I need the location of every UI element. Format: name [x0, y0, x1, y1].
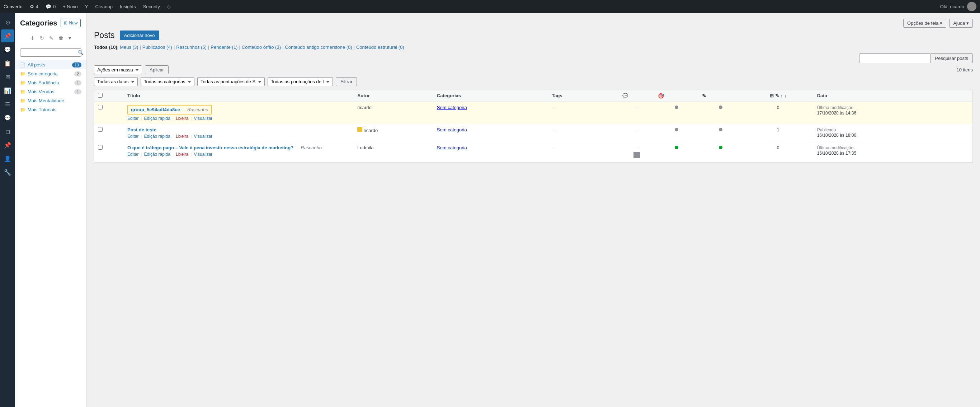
th-tags[interactable]: Tags — [548, 90, 619, 102]
filter-conteudo-cornerstone[interactable]: Conteúdo antigo cornerstone (0) — [285, 45, 352, 50]
post-comments: — — [634, 145, 639, 150]
comments-item[interactable]: 💬 0 — [46, 4, 56, 10]
row-seo-cell — [654, 102, 698, 124]
sidebar-icon-bubble[interactable]: 💬 — [1, 111, 14, 124]
th-title[interactable]: Título — [124, 90, 354, 102]
action-ediçãorápida[interactable]: Edição rápida — [144, 116, 170, 121]
comment-icon: 💬 — [46, 4, 51, 10]
action-editar[interactable]: Editar — [127, 134, 138, 139]
diamond-item[interactable]: ◇ — [167, 4, 171, 10]
action-ediçãorápida[interactable]: Edição rápida — [144, 152, 170, 157]
seo-dot — [675, 146, 678, 149]
th-date[interactable]: Data — [813, 90, 973, 102]
sidebar-icon-pages[interactable]: 📋 — [1, 57, 14, 70]
sidebar-icon-posts[interactable]: 📌 — [1, 29, 14, 42]
action-trash[interactable]: Lixeira — [176, 116, 188, 121]
sidebar-search-container: 🔍 — [20, 48, 81, 57]
sidebar-icon-settings[interactable]: 🔧 — [1, 166, 14, 179]
sidebar-icon-analytics[interactable]: 📊 — [1, 84, 14, 97]
insights-item[interactable]: Insights — [120, 4, 136, 10]
sidebar-icon-pin[interactable]: 📌 — [1, 139, 14, 152]
readability-filter[interactable]: Todas as pontuações de l — [267, 77, 333, 86]
sidebar-icon-comments[interactable]: 💬 — [1, 43, 14, 56]
search-posts-input[interactable] — [859, 53, 931, 63]
edit-toolbar-btn[interactable]: ✎ — [48, 34, 54, 41]
th-author[interactable]: Autor — [354, 90, 433, 102]
action-visualizar[interactable]: Visualizar — [194, 134, 213, 139]
category-link[interactable]: Sem categoria — [437, 145, 467, 150]
security-item[interactable]: Security — [143, 4, 160, 10]
cleanup-item[interactable]: Cleanup — [95, 4, 112, 10]
new-item[interactable]: + Novo — [63, 4, 78, 10]
row-checkbox[interactable] — [98, 105, 103, 110]
bulk-action-select[interactable]: Ações em massa — [94, 65, 142, 74]
delete-toolbar-btn[interactable]: 🗑 — [58, 34, 64, 41]
sidebar-item-all-posts[interactable]: 📄 All posts 10 — [15, 60, 86, 69]
comments-column-icon: 💬 — [622, 93, 628, 98]
filter-meus[interactable]: Meus (3) — [120, 45, 138, 50]
row-checkbox[interactable] — [98, 127, 103, 132]
sidebar-icon-messages[interactable]: ✉ — [1, 70, 14, 83]
sidebar-item-mais-tutoriais[interactable]: 📁 Mais Tutoriais — [15, 105, 86, 114]
action-visualizar[interactable]: Visualizar — [194, 152, 213, 157]
folder-icon-2: 📁 — [20, 80, 25, 85]
search-posts-button[interactable]: Pesquisar posts — [931, 53, 973, 63]
seo-filter[interactable]: Todas as pontuações de S — [197, 77, 265, 86]
sidebar-icon-users[interactable]: 👤 — [1, 152, 14, 165]
sidebar-item-mais-mentalidade[interactable]: 📁 Mais Mentalidade — [15, 96, 86, 105]
sidebar-search-input[interactable] — [22, 50, 76, 55]
filter-button[interactable]: Filtrar — [336, 77, 357, 86]
row-author-cell: ricardo — [354, 124, 433, 142]
post-title-link[interactable]: O que é tráfego pago – Vale à pena inves… — [127, 145, 293, 150]
row-title-cell: group_5e94adf4da8ce — Rascunho Editar | … — [124, 102, 354, 124]
categories-sidebar: Categories ⊞ New ✛ ↻ ✎ 🗑 ▾ 🔍 📄 All posts — [15, 13, 87, 407]
circle-icon — [633, 152, 640, 158]
filter-conteudo-orfao[interactable]: Conteúdo órfão (3) — [242, 45, 281, 50]
category-link[interactable]: Sem categoria — [437, 127, 467, 132]
post-title-link[interactable]: Post de teste — [127, 127, 156, 132]
action-editar[interactable]: Editar — [127, 152, 138, 157]
table-header-row: Título Autor Categorias Tags 💬 🎯 ✎ — [94, 90, 973, 102]
sidebar-icon-menu[interactable]: ☰ — [1, 97, 14, 110]
yoast-item[interactable]: Y — [85, 4, 88, 10]
refresh-toolbar-btn[interactable]: ↻ — [39, 34, 45, 41]
add-toolbar-btn[interactable]: ✛ — [30, 34, 35, 41]
more-toolbar-btn[interactable]: ▾ — [68, 34, 72, 41]
sidebar-icon-block[interactable]: ◻ — [1, 125, 14, 138]
th-categories[interactable]: Categorias — [433, 90, 548, 102]
th-icon-3: ↑ — [781, 93, 783, 98]
help-button[interactable]: Ajuda ▾ — [949, 19, 973, 28]
sidebar-item-mais-vendas[interactable]: 📁 Mais Vendas 1 — [15, 87, 86, 96]
row-comments-cell: — — [619, 142, 654, 163]
apply-button[interactable]: Aplicar — [145, 65, 169, 74]
filter-pendente[interactable]: Pendente (1) — [210, 45, 237, 50]
sidebar-icon-logo[interactable]: ⊙ — [1, 16, 14, 29]
action-ediçãorápida[interactable]: Edição rápida — [144, 134, 170, 139]
sidebar-item-mais-audiencia[interactable]: 📁 Mais Audiência 1 — [15, 78, 86, 87]
all-posts-icon: 📄 — [20, 62, 25, 67]
avatar[interactable] — [967, 2, 977, 11]
site-name[interactable]: Converto — [3, 4, 22, 10]
karma-item[interactable]: ♻ 4 — [30, 4, 38, 10]
filter-rascunhos[interactable]: Rascunhos (5) — [176, 45, 207, 50]
category-filter[interactable]: Todas as categorias — [141, 77, 194, 86]
sidebar-toolbar: ✛ ↻ ✎ 🗑 ▾ — [15, 32, 86, 44]
action-trash[interactable]: Lixeira — [176, 152, 188, 157]
select-all-checkbox[interactable] — [98, 93, 103, 97]
post-title-link[interactable]: group_5e94adf4da8ce — [131, 107, 180, 112]
sidebar-new-button[interactable]: ⊞ New — [60, 19, 81, 27]
filter-publicados[interactable]: Publicados (4) — [142, 45, 172, 50]
screen-options-button[interactable]: Opções de tela ▾ — [903, 19, 946, 28]
date-filter[interactable]: Todas as datas — [94, 77, 138, 86]
filter-todos[interactable]: Todos (10) — [94, 45, 117, 50]
category-link[interactable]: Sem categoria — [437, 105, 467, 110]
action-trash[interactable]: Lixeira — [176, 134, 188, 139]
action-visualizar[interactable]: Visualizar — [194, 116, 213, 121]
action-editar[interactable]: Editar — [127, 116, 138, 121]
add-new-button[interactable]: Adicionar novo — [120, 30, 159, 40]
filter-conteudo-estrutural[interactable]: Conteúdo estrutural (0) — [356, 45, 404, 50]
admin-bar: Converto ♻ 4 💬 0 + Novo Y Cleanup Insigh… — [0, 0, 980, 13]
th-comments[interactable]: 💬 — [619, 90, 654, 102]
sidebar-item-sem-categoria[interactable]: 📁 Sem categoria 2 — [15, 69, 86, 78]
row-checkbox[interactable] — [98, 145, 103, 150]
